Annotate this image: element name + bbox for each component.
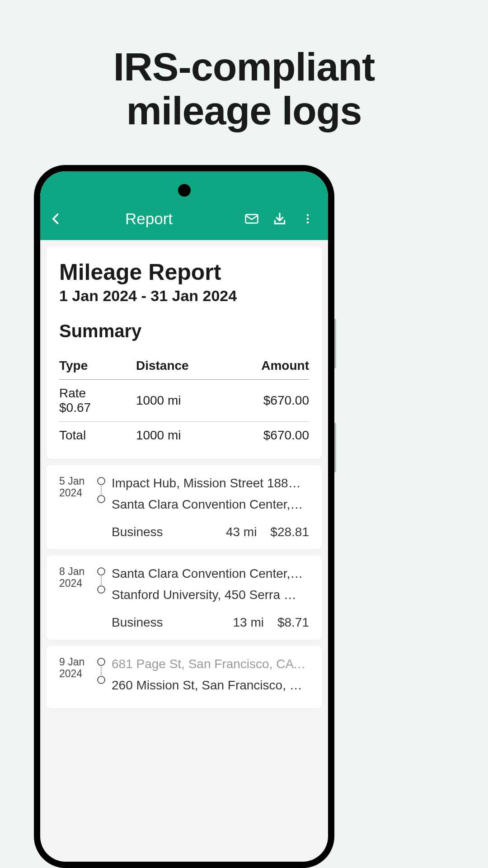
trip-footer: Business 43 mi $28.81 (94, 525, 309, 539)
table-row-rate: Rate $0.67 1000 mi $670.00 (59, 380, 309, 422)
route-markers (94, 566, 108, 594)
svg-point-2 (307, 218, 309, 220)
report-summary-card: Mileage Report 1 Jan 2024 - 31 Jan 2024 … (47, 246, 322, 459)
trip-origin: Impact Hub, Mission Street 1885, 94103 S… (112, 475, 306, 491)
trip-card[interactable]: 8 Jan2024 Santa Clara Convention Center,… (47, 556, 322, 640)
total-amount: $670.00 (234, 422, 309, 449)
col-header-amount: Amount (234, 352, 309, 380)
phone-camera (178, 184, 191, 197)
svg-point-1 (307, 214, 309, 217)
trip-date: 9 Jan2024 (59, 656, 90, 698)
origin-marker-icon (97, 658, 105, 666)
trip-card[interactable]: 5 Jan2024 Impact Hub, Mission Street 188… (47, 465, 322, 549)
phone-side-button (334, 319, 336, 368)
phone-side-button (334, 423, 336, 472)
route-line (101, 486, 102, 494)
content-area: Mileage Report 1 Jan 2024 - 31 Jan 2024 … (40, 240, 328, 721)
trip-destination: Santa Clara Convention Center, Great Ame… (112, 496, 306, 512)
trip-date: 5 Jan2024 (59, 475, 90, 539)
origin-marker-icon (97, 477, 105, 485)
report-title: Mileage Report (59, 259, 309, 285)
phone-screen: Report Mileage Report 1 Jan 2024 - 31 Ja… (40, 171, 328, 862)
trip-category: Business (112, 525, 226, 539)
total-label: Total (59, 422, 109, 449)
rate-label: Rate (59, 386, 109, 401)
col-header-distance: Distance (109, 352, 234, 380)
marketing-headline: IRS-compliant mileage logs (0, 0, 488, 133)
download-button[interactable] (268, 208, 291, 230)
trip-amount: $28.81 (270, 525, 309, 539)
route-markers (94, 656, 108, 684)
svg-point-3 (307, 222, 309, 224)
destination-marker-icon (97, 495, 105, 503)
app-bar: Report (40, 171, 328, 240)
origin-marker-icon (97, 567, 105, 576)
trip-destination: 260 Mission St, San Francisco, CA 94105,… (112, 677, 306, 693)
total-distance: 1000 mi (109, 422, 234, 449)
route-line (101, 667, 102, 675)
summary-heading: Summary (59, 321, 309, 341)
mail-icon (244, 212, 259, 226)
rate-value: $0.67 (59, 401, 109, 415)
email-button[interactable] (240, 208, 263, 230)
route-markers (94, 475, 108, 503)
summary-table: Type Distance Amount Rate $0.67 1000 mi … (59, 352, 309, 449)
more-button[interactable] (296, 208, 319, 230)
route-line (101, 576, 102, 585)
trip-footer: Business 13 mi $8.71 (94, 615, 309, 630)
destination-marker-icon (97, 676, 105, 684)
destination-marker-icon (97, 585, 105, 594)
report-date-range: 1 Jan 2024 - 31 Jan 2024 (59, 287, 309, 305)
rate-amount: $670.00 (234, 380, 309, 422)
more-vert-icon (301, 212, 314, 225)
trip-distance: 13 mi (233, 615, 263, 630)
headline-line2: mileage logs (0, 89, 488, 133)
trip-origin: 681 Page St, San Francisco, CA 94117, US… (112, 656, 306, 672)
trip-destination: Stanford University, 450 Serra Mall, Sta… (112, 587, 306, 603)
trip-amount: $8.71 (277, 615, 309, 630)
trip-date: 8 Jan2024 (59, 566, 90, 630)
trip-card[interactable]: 9 Jan2024 681 Page St, San Francisco, CA… (47, 646, 322, 708)
col-header-type: Type (59, 352, 109, 380)
table-row-total: Total 1000 mi $670.00 (59, 422, 309, 449)
chevron-left-icon (49, 212, 63, 226)
headline-line1: IRS-compliant (0, 45, 488, 89)
phone-frame: Report Mileage Report 1 Jan 2024 - 31 Ja… (34, 165, 334, 868)
trip-category: Business (112, 615, 233, 630)
trip-distance: 43 mi (226, 525, 257, 539)
download-icon (272, 212, 287, 226)
page-title: Report (63, 210, 235, 228)
trip-origin: Santa Clara Convention Center, Great Ame… (112, 566, 306, 581)
rate-distance: 1000 mi (109, 380, 234, 422)
